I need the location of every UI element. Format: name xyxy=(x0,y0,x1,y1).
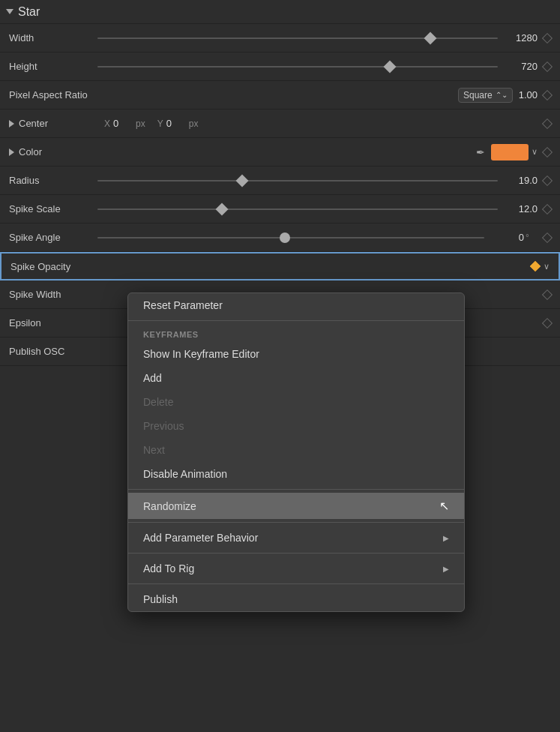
dropdown-arrow-icon: ⌃⌄ xyxy=(496,91,508,99)
center-keyframe-diamond[interactable] xyxy=(542,118,553,128)
spike-width-keyframe-diamond[interactable] xyxy=(542,289,553,299)
spike-opacity-chevron[interactable]: ∨ xyxy=(544,262,550,272)
spike-angle-keyframe-diamond[interactable] xyxy=(542,232,553,242)
radius-keyframe-diamond[interactable] xyxy=(542,175,553,185)
spike-scale-slider[interactable] xyxy=(97,208,498,210)
star-section-header[interactable]: Star xyxy=(0,0,560,24)
pixel-aspect-ratio-label: Pixel Aspect Ratio xyxy=(9,89,121,100)
center-row: Center X 0 px Y 0 px xyxy=(0,110,560,138)
add-parameter-behavior-item[interactable]: Add Parameter Behavior ▶ xyxy=(128,526,464,550)
spike-opacity-row: Spike Opacity ∨ xyxy=(0,252,560,280)
menu-separator-1 xyxy=(128,320,464,321)
spike-opacity-label: Spike Opacity xyxy=(10,261,93,272)
reset-parameter-item[interactable]: Reset Parameter xyxy=(128,293,464,317)
add-parameter-behavior-arrow-icon: ▶ xyxy=(443,534,449,542)
add-to-rig-arrow-icon: ▶ xyxy=(443,565,449,573)
cursor-icon: ↖ xyxy=(439,499,449,513)
menu-separator-2 xyxy=(128,489,464,490)
disable-animation-item[interactable]: Disable Animation xyxy=(128,462,464,486)
spike-angle-slider[interactable] xyxy=(97,237,484,238)
properties-panel: Star Width 1280 Height 720 xyxy=(0,0,560,732)
context-menu: Reset Parameter KEYFRAMES Show In Keyfra… xyxy=(127,292,465,612)
spike-width-label: Spike Width xyxy=(9,289,91,300)
height-keyframe-diamond[interactable] xyxy=(542,61,553,71)
spike-angle-row: Spike Angle 0 ° xyxy=(0,224,560,252)
center-x-unit: px xyxy=(136,118,145,129)
width-row: Width 1280 xyxy=(0,24,560,52)
pixel-aspect-ratio-dropdown-label: Square xyxy=(463,90,493,100)
eyedropper-icon[interactable]: ✒ xyxy=(476,146,485,158)
radius-row: Radius 19.0 xyxy=(0,166,560,195)
randomize-item[interactable]: Randomize ↖ xyxy=(128,493,464,519)
x-label: X xyxy=(104,118,110,129)
spike-angle-value[interactable]: 0 xyxy=(490,232,524,243)
spike-scale-keyframe-diamond[interactable] xyxy=(542,203,553,214)
publish-item[interactable]: Publish xyxy=(128,587,464,611)
spike-angle-unit: ° xyxy=(526,232,538,243)
pixel-aspect-ratio-value[interactable]: 1.00 xyxy=(519,89,538,100)
center-y-value[interactable]: 0 xyxy=(166,118,189,129)
color-expand-icon[interactable] xyxy=(9,148,14,156)
color-row: Color ✒ ∨ xyxy=(0,138,560,166)
center-y-unit: px xyxy=(189,118,199,129)
previous-keyframe-item[interactable]: Previous xyxy=(128,414,464,438)
keyframes-section-title: KEYFRAMES xyxy=(128,324,464,342)
color-swatch[interactable] xyxy=(491,144,529,160)
color-keyframe-diamond[interactable] xyxy=(542,146,553,157)
menu-separator-4 xyxy=(128,553,464,554)
color-dropdown-arrow-icon[interactable]: ∨ xyxy=(532,147,538,157)
spike-angle-label: Spike Angle xyxy=(9,232,91,243)
delete-keyframe-item[interactable]: Delete xyxy=(128,390,464,414)
epsilon-label: Epsilon xyxy=(9,317,91,328)
collapse-triangle-icon xyxy=(6,9,13,14)
add-keyframe-item[interactable]: Add xyxy=(128,366,464,390)
add-to-rig-item[interactable]: Add To Rig ▶ xyxy=(128,556,464,580)
height-label: Height xyxy=(9,61,91,72)
width-value[interactable]: 1280 xyxy=(504,32,538,44)
show-in-keyframe-editor-item[interactable]: Show In Keyframe Editor xyxy=(128,342,464,366)
spike-scale-row: Spike Scale 12.0 xyxy=(0,195,560,224)
y-label: Y xyxy=(157,118,163,129)
width-slider[interactable] xyxy=(97,38,498,39)
pixel-aspect-ratio-row: Pixel Aspect Ratio Square ⌃⌄ 1.00 xyxy=(0,81,560,110)
pixel-aspect-ratio-dropdown[interactable]: Square ⌃⌄ xyxy=(458,88,513,103)
center-expand-icon[interactable] xyxy=(9,120,14,128)
section-title: Star xyxy=(18,5,40,19)
center-label: Center xyxy=(19,118,101,129)
radius-label: Radius xyxy=(9,175,91,186)
spike-scale-label: Spike Scale xyxy=(9,203,91,214)
height-slider[interactable] xyxy=(97,66,498,68)
menu-separator-3 xyxy=(128,522,464,523)
publish-osc-label: Publish OSC xyxy=(9,346,91,357)
radius-slider[interactable] xyxy=(97,180,498,182)
color-label: Color xyxy=(19,146,101,158)
epsilon-keyframe-diamond[interactable] xyxy=(542,317,553,328)
spike-opacity-keyframe-diamond-active[interactable] xyxy=(530,261,541,272)
width-label: Width xyxy=(9,32,91,44)
spike-scale-value[interactable]: 12.0 xyxy=(504,203,538,214)
height-row: Height 720 xyxy=(0,52,560,81)
width-keyframe-diamond[interactable] xyxy=(542,32,553,43)
next-keyframe-item[interactable]: Next xyxy=(128,438,464,462)
menu-separator-5 xyxy=(128,584,464,584)
par-keyframe-diamond[interactable] xyxy=(542,89,553,100)
center-x-value[interactable]: 0 xyxy=(113,118,136,129)
radius-value[interactable]: 19.0 xyxy=(504,175,538,186)
height-value[interactable]: 720 xyxy=(504,61,538,72)
